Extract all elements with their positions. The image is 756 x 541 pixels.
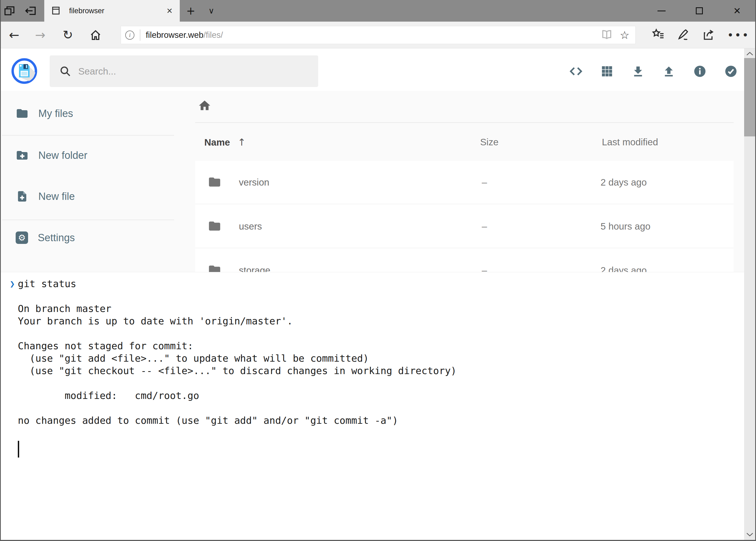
sort-ascending-icon: ↑ xyxy=(237,137,246,148)
tab-title: filebrowser xyxy=(69,7,166,15)
file-name: version xyxy=(239,177,269,188)
terminal-line: modified: cmd/root.go xyxy=(0,390,756,402)
browser-tab[interactable]: filebrowser ✕ xyxy=(44,0,180,22)
file-size: – xyxy=(482,177,487,188)
sidebar-item-label: New file xyxy=(38,191,75,202)
text-cursor xyxy=(18,441,19,457)
breadcrumb-home-icon[interactable] xyxy=(198,99,211,112)
sidebar-item-new-folder[interactable]: New folder xyxy=(0,144,178,167)
folder-icon xyxy=(208,219,221,233)
file-modified: 5 hours ago xyxy=(601,221,650,232)
terminal-line xyxy=(0,377,756,390)
app-toolbar xyxy=(569,62,738,81)
maximize-icon xyxy=(696,7,703,14)
terminal-command: git status xyxy=(18,278,76,289)
scroll-down-icon[interactable] xyxy=(744,529,755,540)
close-button[interactable]: ✕ xyxy=(718,0,756,22)
search-input[interactable] xyxy=(78,66,283,77)
search-bar[interactable] xyxy=(50,55,318,87)
new-file-icon xyxy=(16,190,29,203)
prompt-chevron-icon: ❯ xyxy=(10,279,15,289)
select-multiple-icon[interactable] xyxy=(723,64,738,79)
file-name: users xyxy=(239,221,262,232)
terminal-line: (use "git checkout -- <file>..." to disc… xyxy=(0,365,756,377)
new-tab-button[interactable]: + xyxy=(186,0,195,22)
window-border-bottom xyxy=(0,540,756,541)
favorites-hub-icon[interactable] xyxy=(651,28,665,43)
file-modified: 2 days ago xyxy=(601,177,647,188)
sidebar-item-label: New folder xyxy=(38,150,88,161)
minimize-button[interactable] xyxy=(642,0,680,22)
sidebar-item-settings[interactable]: ⚙ Settings xyxy=(0,226,178,249)
settings-icon: ⚙ xyxy=(16,232,28,244)
forward-button[interactable]: → xyxy=(35,22,46,48)
scrollbar-thumb[interactable] xyxy=(744,58,755,136)
search-icon xyxy=(59,65,71,77)
window-controls: ✕ xyxy=(642,0,756,22)
url-path: /files/ xyxy=(203,30,223,40)
terminal-line: Changes not staged for commit: xyxy=(0,340,756,353)
terminal-line xyxy=(0,402,756,415)
share-icon[interactable] xyxy=(702,28,716,43)
back-button[interactable]: ← xyxy=(9,22,19,48)
address-bar[interactable]: i filebrowser.web/files/ ☆ xyxy=(121,26,635,44)
sidebar-divider xyxy=(2,220,174,220)
filebrowser-logo[interactable] xyxy=(11,58,38,84)
download-icon[interactable] xyxy=(630,64,645,79)
tab-close-icon[interactable]: ✕ xyxy=(166,6,173,15)
tab-dropdown-icon[interactable]: ∨ xyxy=(208,0,214,22)
terminal-line xyxy=(0,328,756,340)
code-view-icon[interactable] xyxy=(569,64,584,79)
site-info-icon[interactable]: i xyxy=(125,31,134,40)
sidebar-item-my-files[interactable]: My files xyxy=(0,102,178,125)
folder-icon xyxy=(16,107,29,120)
file-row-users[interactable]: users – 5 hours ago xyxy=(195,205,734,247)
set-tabs-aside-icon[interactable] xyxy=(21,0,40,22)
maximize-button[interactable] xyxy=(680,0,718,22)
terminal-line xyxy=(0,290,756,303)
browser-window: filebrowser ✕ + ∨ ✕ ← → ↻ i filebrowser.… xyxy=(0,0,756,541)
terminal-line: On branch master xyxy=(0,303,756,315)
terminal-line xyxy=(0,427,756,440)
toolbar-actions: ••• xyxy=(646,22,754,48)
upload-icon[interactable] xyxy=(661,64,676,79)
url-separator xyxy=(140,29,140,41)
close-icon: ✕ xyxy=(733,5,741,16)
info-icon[interactable] xyxy=(692,64,707,79)
sidebar-item-new-file[interactable]: New file xyxy=(0,185,178,208)
minimize-icon xyxy=(657,11,665,11)
terminal-line: no changes added to commit (use "git add… xyxy=(0,415,756,427)
ink-pen-icon[interactable] xyxy=(677,28,691,43)
tab-preview-icon[interactable] xyxy=(0,0,19,22)
window-border-left xyxy=(0,0,1,541)
new-folder-icon xyxy=(16,149,29,162)
settings-and-more-icon[interactable]: ••• xyxy=(727,29,750,41)
home-button[interactable] xyxy=(89,29,102,43)
grid-view-icon[interactable] xyxy=(600,64,615,79)
reading-mode-icon[interactable] xyxy=(601,29,613,42)
sidebar-item-label: Settings xyxy=(38,232,75,244)
add-favorite-icon[interactable]: ☆ xyxy=(620,29,630,41)
column-header-size[interactable]: Size xyxy=(480,137,499,148)
url-host: filebrowser.web xyxy=(146,30,203,40)
tab-favicon-icon xyxy=(49,0,63,22)
vertical-scrollbar[interactable] xyxy=(744,48,755,540)
file-size: – xyxy=(482,221,487,232)
terminal-line: Your branch is up to date with 'origin/m… xyxy=(0,315,756,328)
sidebar-item-label: My files xyxy=(38,108,73,119)
file-row-version[interactable]: version – 2 days ago xyxy=(195,161,734,203)
folder-icon xyxy=(208,175,221,189)
sidebar-divider xyxy=(2,135,174,136)
refresh-button[interactable]: ↻ xyxy=(63,22,73,48)
terminal-panel[interactable]: ❯ git status On branch master Your branc… xyxy=(0,272,756,540)
column-header-modified[interactable]: Last modified xyxy=(602,137,658,148)
terminal-line: (use "git add <file>..." to update what … xyxy=(0,353,756,365)
scroll-up-icon[interactable] xyxy=(744,48,755,59)
terminal-prompt-line: ❯ git status xyxy=(0,278,756,290)
listing-divider xyxy=(195,122,734,123)
terminal-cursor-line xyxy=(0,440,756,459)
column-header-name[interactable]: Name ↑ xyxy=(204,137,246,148)
